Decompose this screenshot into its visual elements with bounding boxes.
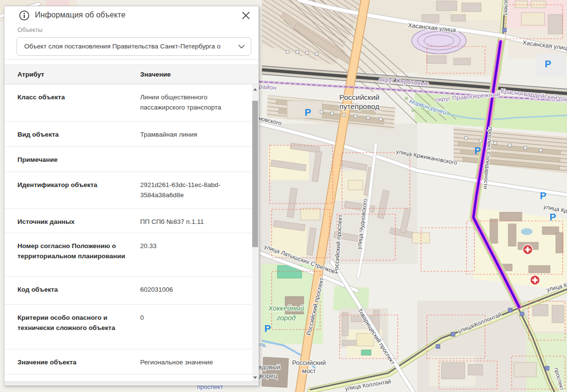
table-row: Класс объекта Линии общественного пассаж… [4, 84, 259, 122]
close-icon[interactable] [240, 10, 252, 21]
street-label: проспект [503, 0, 510, 16]
horizontal-scrollbar[interactable] [4, 381, 259, 385]
attribute-table-header: Атрибут Значение [4, 64, 259, 84]
parking-icon: P [540, 190, 546, 201]
scroll-up-arrow-icon[interactable] [253, 88, 257, 91]
attr-value: ПП СПб №837 п.1.11 [140, 217, 259, 233]
table-row: Идентификатор объекта 2921d261-63dc-11ec… [4, 172, 259, 209]
parking-icon: P [474, 145, 481, 156]
attr-value: 602031006 [140, 284, 259, 304]
vertical-scrollbar[interactable] [252, 84, 258, 383]
layer-select-value: Объект слоя постановления Правительства … [24, 43, 234, 50]
table-row: Номер согласно Положению о территориальн… [4, 233, 259, 277]
divider [4, 59, 259, 60]
attr-value: Региональное значение [140, 357, 259, 374]
layer-select-dropdown[interactable]: Объект слоя постановления Правительства … [16, 37, 251, 56]
place-label: мост [302, 367, 316, 375]
attr-name: Значение объекта [17, 357, 140, 374]
table-row: Вид объекта Трамвайная линия [4, 122, 259, 147]
table-row: Значение объекта Региональное значение [4, 349, 259, 375]
attr-name: Источник данных [17, 217, 140, 233]
panel-header: Информация об объекте [4, 6, 259, 26]
attr-name: Вид объекта [17, 129, 140, 146]
scroll-down-arrow-icon[interactable] [253, 376, 257, 379]
parking-icon: P [305, 107, 311, 118]
parking-icon: P [545, 59, 551, 69]
parking-icon: P [264, 323, 271, 334]
place-label: Российский [340, 93, 380, 101]
green-label: Хоккейный [268, 304, 304, 312]
attr-name: Критерии особо опасного и технически сло… [17, 313, 140, 349]
place-label: дворец [256, 372, 277, 379]
attr-name: Идентификатор объекта [17, 180, 140, 208]
attr-value: Трамвайная линия [140, 129, 259, 146]
column-header-attribute: Атрибут [17, 71, 44, 78]
attr-name: Код объекта [17, 284, 140, 304]
table-row: Источник данных ПП СПб №837 п.1.11 [4, 209, 259, 233]
attribute-table-body[interactable]: Класс объекта Линии общественного пассаж… [4, 84, 259, 383]
place-label: путепровод [340, 102, 380, 110]
attr-value: 2921d261-63dc-11ec-8abd-3584a38a6d8e [140, 180, 259, 208]
table-row: Код объекта 602031006 [4, 277, 259, 305]
attr-value: Линии общественного пассажирского трансп… [140, 92, 259, 121]
table-row: Примечание [4, 147, 259, 172]
object-info-panel: Информация об объекте Объекты Объект сло… [4, 6, 259, 386]
info-icon [19, 10, 30, 21]
objects-label: Объекты [17, 27, 43, 33]
panel-title: Информация об объекте [35, 11, 126, 19]
green-label: город [276, 314, 295, 322]
table-row: Критерии особо опасного и технически сло… [4, 305, 259, 349]
parking-icon: P [550, 212, 556, 222]
chevron-down-icon [238, 45, 245, 49]
column-header-value: Значение [140, 71, 171, 78]
attr-value [140, 155, 259, 172]
attr-name: Примечание [17, 155, 140, 172]
attr-value: 20.33 [140, 241, 259, 276]
attr-name: Класс объекта [17, 92, 140, 121]
attr-name: Номер согласно Положению о территориальн… [17, 241, 140, 276]
attr-value: 0 [140, 313, 259, 349]
place-label: Российский [292, 359, 326, 366]
scrollbar-thumb[interactable] [252, 101, 258, 247]
